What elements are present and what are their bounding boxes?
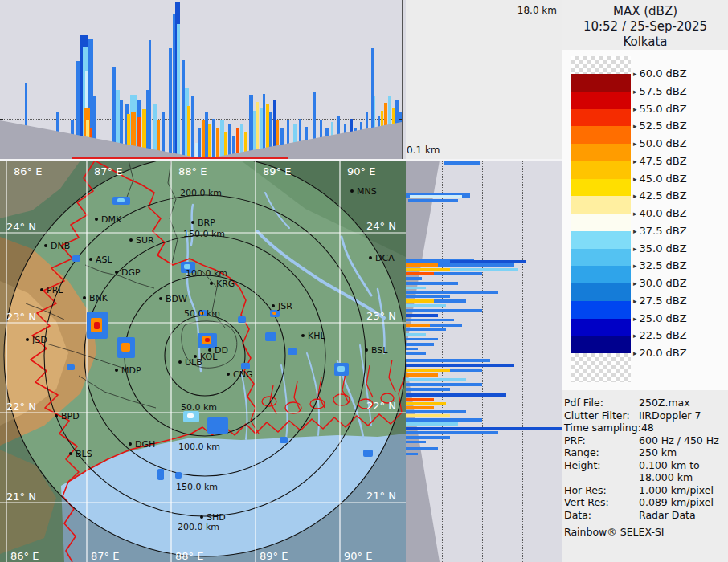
metadata-label: Pdf File: bbox=[564, 397, 639, 409]
latitude-label: 22° N bbox=[6, 401, 36, 413]
range-ring-label: 50.0 km bbox=[184, 308, 220, 319]
tick-text: 35.0 dBZ bbox=[640, 242, 687, 255]
title-block: MAX (dBZ) 10:52 / 25-Sep-2025 Kolkata bbox=[562, 4, 728, 50]
echo-cell bbox=[337, 366, 345, 372]
legend-color-band bbox=[571, 319, 631, 336]
echo-row bbox=[406, 410, 466, 413]
metadata-row: Clutter Filter:IIRDoppler 7 bbox=[564, 409, 726, 422]
tick-text: 47.5 dBZ bbox=[640, 155, 687, 167]
metadata-label bbox=[564, 471, 639, 484]
echo-row bbox=[406, 383, 482, 386]
station-label: BDW bbox=[166, 294, 187, 304]
longitude-label: 86° E bbox=[14, 165, 42, 177]
profile-gridline bbox=[0, 119, 402, 120]
echo-row bbox=[406, 414, 450, 417]
metadata-label: Clutter Filter: bbox=[564, 409, 639, 422]
metadata-value: 0.089 km/pixel bbox=[639, 496, 714, 509]
range-ring-label: 100.0 km bbox=[178, 442, 220, 452]
metadata-value: 18.000 km bbox=[639, 471, 693, 484]
legend-color-band bbox=[571, 214, 631, 231]
metadata-label: Hor Res: bbox=[564, 484, 639, 497]
station-label: BRP bbox=[198, 218, 215, 228]
radar-map-panel: 200.0 km150.0 km100.0 km50.0 km50.0 km10… bbox=[0, 161, 406, 562]
scan-datetime: 10:52 / 25-Sep-2025 bbox=[562, 19, 728, 35]
latitude-label: 21° N bbox=[6, 491, 36, 503]
metadata-row: Hor Res:1.000 km/pixel bbox=[564, 484, 726, 497]
metadata-row: Height:0.100 km to bbox=[564, 459, 726, 472]
tick-text: 55.0 dBZ bbox=[640, 103, 687, 115]
echo-row bbox=[406, 436, 450, 439]
echo-row bbox=[406, 282, 458, 285]
echo-row bbox=[406, 338, 438, 340]
height-max-label: 18.0 km bbox=[488, 5, 557, 16]
echo-row bbox=[450, 268, 518, 271]
station-label: JSD bbox=[31, 335, 47, 345]
dbz-tick-label: ▸55.0 dBZ bbox=[633, 103, 687, 115]
echo-row bbox=[406, 309, 482, 312]
echo-row bbox=[406, 324, 430, 327]
metadata-row: Pdf File:250Z.max bbox=[564, 397, 726, 409]
station-label: CNG bbox=[233, 369, 252, 380]
range-ring-label: 200.0 km bbox=[180, 188, 222, 198]
echo-column bbox=[191, 96, 194, 157]
station-dot bbox=[178, 360, 182, 364]
tick-arrow-icon: ▸ bbox=[633, 105, 637, 113]
echo-column bbox=[177, 24, 180, 157]
station-label: SUR bbox=[136, 235, 154, 246]
dbz-tick-label: ▸52.5 dBZ bbox=[633, 120, 687, 132]
station-label: DNB bbox=[51, 241, 70, 251]
longitude-label: 90° E bbox=[347, 165, 375, 177]
station-label: SHD bbox=[207, 512, 226, 523]
station-dot bbox=[95, 218, 98, 221]
range-ring-label: 100.0 km bbox=[186, 268, 227, 279]
echo-cell bbox=[265, 332, 276, 341]
tick-arrow-icon: ▸ bbox=[633, 332, 637, 340]
station-label: BLS bbox=[76, 449, 92, 459]
latitude-label: 24° N bbox=[366, 220, 396, 232]
tick-arrow-icon: ▸ bbox=[633, 122, 637, 130]
metadata-row: Time sampling:48 bbox=[564, 422, 726, 434]
station-dot bbox=[40, 288, 43, 291]
echo-cell bbox=[187, 413, 194, 418]
metadata-row: PRF:600 Hz / 450 Hz bbox=[564, 434, 726, 447]
echo-column bbox=[187, 106, 190, 157]
station-dot bbox=[159, 297, 162, 300]
metadata-row: 18.000 km bbox=[564, 471, 726, 484]
echo-column bbox=[208, 124, 211, 157]
echo-row bbox=[406, 373, 438, 377]
tick-text: 57.5 dBZ bbox=[640, 85, 687, 97]
tick-arrow-icon: ▸ bbox=[633, 315, 637, 323]
tick-text: 52.5 dBZ bbox=[640, 120, 687, 132]
echo-row bbox=[438, 263, 514, 267]
tick-text: 42.5 dBZ bbox=[640, 189, 687, 202]
echo-row bbox=[406, 427, 562, 430]
dbz-tick-label: ▸45.0 dBZ bbox=[633, 173, 687, 185]
echo-row bbox=[406, 378, 466, 381]
echo-cell bbox=[238, 316, 246, 323]
echo-column bbox=[216, 128, 219, 157]
echo-row bbox=[406, 398, 434, 401]
legend-color-band bbox=[571, 92, 631, 109]
dbz-tick-label: ▸20.0 dBZ bbox=[633, 347, 687, 359]
station-dot bbox=[301, 334, 305, 337]
legend-color-band bbox=[571, 109, 631, 127]
product-title: MAX (dBZ) bbox=[562, 4, 728, 19]
longitude-label: 89° E bbox=[263, 165, 291, 177]
echo-column bbox=[162, 112, 165, 157]
station-label: DGP bbox=[121, 267, 141, 278]
station-label: KRG bbox=[216, 279, 235, 289]
range-ring-label: 200.0 km bbox=[178, 522, 219, 532]
echo-row bbox=[406, 369, 450, 372]
echo-row bbox=[406, 402, 446, 405]
legend-color-band bbox=[571, 249, 631, 267]
legend-color-band bbox=[571, 336, 631, 353]
station-dot bbox=[191, 221, 194, 224]
dbz-color-scale bbox=[571, 56, 631, 382]
legend-color-band bbox=[571, 283, 631, 301]
longitude-label: 90° E bbox=[344, 550, 372, 562]
echo-row bbox=[430, 324, 462, 327]
echo-column bbox=[169, 48, 172, 157]
station-label: BSL bbox=[371, 345, 388, 356]
tick-arrow-icon: ▸ bbox=[633, 157, 637, 165]
top-profile-axis-line bbox=[402, 0, 403, 159]
